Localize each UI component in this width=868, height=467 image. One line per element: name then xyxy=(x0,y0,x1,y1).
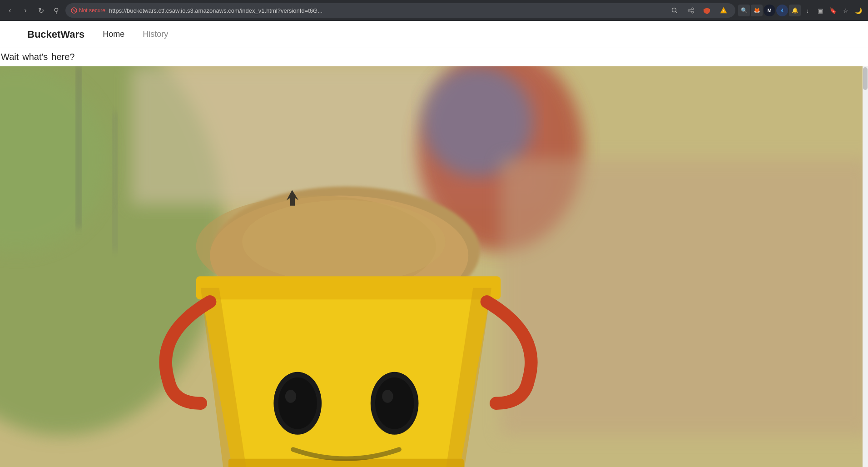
extension-icon-star[interactable]: ☆ xyxy=(840,5,852,16)
svg-point-2 xyxy=(672,8,676,12)
extensions-area: 🔍 🦊 M 4 🔔 ↓ ▣ 🔖 ☆ 🌙 xyxy=(738,5,864,16)
brave-shield-icon[interactable] xyxy=(701,4,714,17)
nav-home[interactable]: Home xyxy=(103,30,124,39)
scrollbar-track[interactable] xyxy=(863,66,868,467)
extension-icon-5[interactable]: 🔔 xyxy=(789,5,801,16)
lock-icon xyxy=(71,7,77,14)
subtitle-word-2: what's xyxy=(22,52,48,62)
forward-button[interactable]: › xyxy=(19,4,32,17)
svg-point-6 xyxy=(692,11,694,13)
subtitle-word-1: Wait xyxy=(1,52,19,62)
svg-rect-24 xyxy=(196,276,501,299)
subtitle-word-3: here? xyxy=(51,52,74,62)
extension-icon-bookmark[interactable]: 🔖 xyxy=(827,5,839,16)
bookmark-button[interactable]: ⚲ xyxy=(50,4,63,17)
svg-line-7 xyxy=(690,9,692,10)
back-icon: ‹ xyxy=(9,6,11,15)
reload-button[interactable]: ↻ xyxy=(35,4,47,17)
reload-icon: ↻ xyxy=(38,6,44,15)
extension-icon-4[interactable]: 4 xyxy=(776,5,788,16)
nav-history[interactable]: History xyxy=(143,30,168,39)
alert-icon[interactable]: ! xyxy=(717,4,730,17)
site-brand[interactable]: BucketWars xyxy=(27,29,84,40)
scrollbar-thumb[interactable] xyxy=(863,67,868,90)
extension-icon-1[interactable]: 🔍 xyxy=(738,5,750,16)
address-bar[interactable]: Not secure https://bucketwars.ctf.csaw.i… xyxy=(65,3,735,18)
url-display: https://bucketwars.ctf.csaw.io.s3.amazon… xyxy=(109,7,665,14)
back-button[interactable]: ‹ xyxy=(4,4,16,17)
hero-svg xyxy=(0,66,868,467)
extension-icon-2[interactable]: 🦊 xyxy=(751,5,763,16)
svg-point-22 xyxy=(242,200,445,283)
bookmark-icon: ⚲ xyxy=(54,6,59,15)
svg-point-29 xyxy=(278,378,317,429)
svg-point-5 xyxy=(688,10,690,11)
site-navbar: BucketWars Home History xyxy=(0,21,868,48)
share-icon[interactable] xyxy=(684,4,697,17)
hero-image-container xyxy=(0,66,868,467)
svg-rect-17 xyxy=(76,66,82,228)
security-indicator: Not secure xyxy=(71,7,105,14)
forward-icon: › xyxy=(24,6,26,15)
svg-text:!: ! xyxy=(723,9,724,13)
extension-icon-3[interactable]: M xyxy=(764,5,775,16)
extension-icon-theme[interactable]: 🌙 xyxy=(853,5,864,16)
browser-chrome: ‹ › ↻ ⚲ Not secure https://bucketwars.ct… xyxy=(0,0,868,21)
svg-marker-23 xyxy=(201,288,491,467)
security-label: Not secure xyxy=(79,7,105,14)
hero-image xyxy=(0,66,868,467)
extension-icon-layout[interactable]: ▣ xyxy=(814,5,826,16)
svg-rect-18 xyxy=(113,113,118,251)
svg-point-30 xyxy=(285,390,296,402)
svg-line-3 xyxy=(676,12,678,14)
search-icon[interactable] xyxy=(668,4,681,17)
page-subtitle: Wait what's here? xyxy=(0,48,868,66)
extension-icon-download[interactable]: ↓ xyxy=(802,5,813,16)
svg-point-4 xyxy=(692,8,694,10)
svg-rect-16 xyxy=(501,159,868,436)
svg-point-32 xyxy=(375,378,414,429)
svg-point-33 xyxy=(382,390,393,402)
svg-line-1 xyxy=(73,9,75,12)
svg-line-8 xyxy=(690,11,692,12)
